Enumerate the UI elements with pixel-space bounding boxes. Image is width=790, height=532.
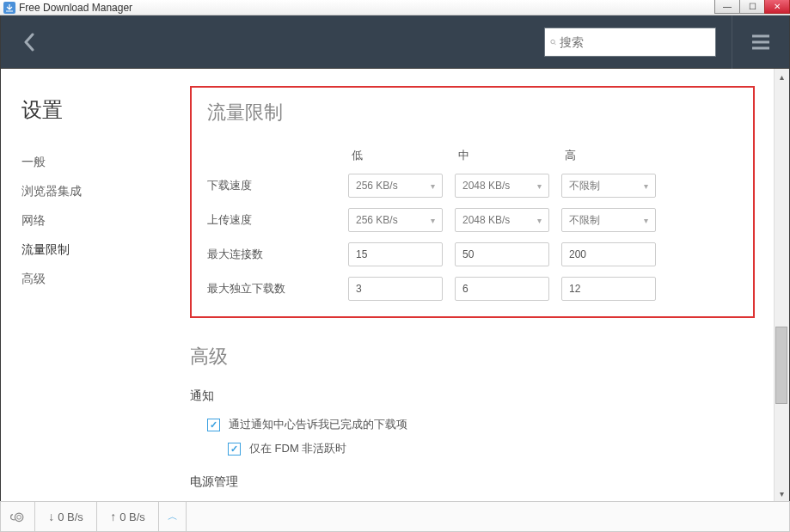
chevron-down-icon: ▾ (537, 181, 542, 191)
sidebar-item-traffic-limit[interactable]: 流量限制 (21, 235, 173, 265)
traffic-limit-section: 流量限制 低 中 高 下载速度 256 KB/s▾ 2048 KB/s▾ 不限制… (190, 86, 755, 318)
notify-completed-row: ✓ 通过通知中心告诉我已完成的下载项 (190, 413, 755, 437)
settings-sidebar: 设置 一般 浏览器集成 网络 流量限制 高级 (1, 69, 173, 501)
upload-speed-high-select[interactable]: 不限制▾ (561, 208, 656, 232)
svg-point-6 (17, 515, 21, 519)
window-titlebar: Free Download Manager — ☐ ✕ (0, 0, 790, 15)
svg-point-5 (15, 513, 22, 522)
statusbar-toggle-button[interactable]: ︿ (159, 502, 187, 531)
back-button[interactable] (16, 25, 42, 59)
traffic-grid: 低 中 高 下载速度 256 KB/s▾ 2048 KB/s▾ 不限制▾ 上传速… (207, 148, 738, 301)
row-label-max-connections: 最大连接数 (207, 247, 345, 262)
vertical-scrollbar[interactable]: ▴ ▾ (774, 69, 789, 501)
close-button[interactable]: ✕ (764, 0, 790, 14)
status-bar: ↓0 B/s ↑0 B/s ︿ (0, 501, 790, 532)
snail-mode-button[interactable] (1, 502, 35, 531)
chevron-down-icon: ▾ (644, 216, 648, 225)
chevron-down-icon: ▾ (537, 216, 542, 225)
up-arrow-icon: ↑ (110, 510, 116, 523)
prevent-sleep-row: ✓ 有下载正在进行时阻止计算机睡眠 (190, 498, 755, 501)
row-label-download-speed: 下载速度 (207, 178, 345, 193)
advanced-title: 高级 (190, 344, 755, 370)
upload-speed-low-select[interactable]: 256 KB/s▾ (348, 208, 443, 232)
chevron-down-icon: ▾ (644, 181, 648, 191)
search-icon (550, 35, 556, 49)
notifications-subtitle: 通知 (190, 388, 755, 404)
traffic-limit-title: 流量限制 (207, 100, 738, 125)
down-arrow-icon: ↓ (48, 510, 54, 523)
chevron-up-icon: ︿ (168, 510, 178, 524)
sidebar-item-network[interactable]: 网络 (21, 206, 173, 235)
scroll-up-icon[interactable]: ▴ (775, 69, 789, 84)
download-speed-low-select[interactable]: 256 KB/s▾ (348, 174, 443, 198)
max-dl-med-input[interactable] (455, 277, 549, 301)
row-label-max-downloads: 最大独立下载数 (207, 281, 345, 297)
col-header-high: 高 (561, 148, 656, 163)
download-speed-high-select[interactable]: 不限制▾ (561, 174, 656, 198)
search-box[interactable] (544, 28, 716, 57)
max-conn-low-input[interactable] (348, 242, 443, 266)
maximize-button[interactable]: ☐ (739, 0, 765, 14)
notify-completed-checkbox[interactable]: ✓ (207, 419, 220, 431)
only-inactive-label: 仅在 FDM 非活跃时 (249, 441, 346, 456)
hamburger-menu-button[interactable] (748, 25, 774, 59)
chevron-down-icon: ▾ (431, 216, 435, 225)
sidebar-item-browser-integration[interactable]: 浏览器集成 (21, 177, 173, 206)
chevron-down-icon: ▾ (431, 181, 435, 191)
col-header-low: 低 (348, 148, 451, 163)
scrollbar-thumb[interactable] (775, 327, 787, 404)
window-controls: — ☐ ✕ (715, 0, 790, 14)
toolbar-divider (732, 15, 732, 69)
scroll-down-icon[interactable]: ▾ (775, 486, 789, 501)
top-toolbar (0, 15, 790, 69)
power-subtitle: 电源管理 (190, 474, 755, 490)
only-inactive-checkbox[interactable]: ✓ (228, 443, 241, 456)
minimize-button[interactable]: — (714, 0, 740, 14)
upload-speed-status: ↑0 B/s (97, 502, 159, 531)
app-icon (3, 2, 15, 14)
max-dl-high-input[interactable] (561, 277, 656, 301)
download-speed-med-select[interactable]: 2048 KB/s▾ (455, 174, 549, 198)
sidebar-item-advanced[interactable]: 高级 (21, 265, 173, 294)
max-conn-med-input[interactable] (455, 242, 549, 266)
max-dl-low-input[interactable] (348, 277, 443, 301)
max-conn-high-input[interactable] (561, 242, 656, 266)
window-title: Free Download Manager (19, 2, 132, 14)
svg-point-0 (551, 40, 554, 43)
search-input[interactable] (560, 35, 710, 49)
settings-content: 流量限制 低 中 高 下载速度 256 KB/s▾ 2048 KB/s▾ 不限制… (173, 69, 789, 501)
row-label-upload-speed: 上传速度 (207, 212, 345, 228)
col-header-med: 中 (455, 148, 558, 163)
page-title: 设置 (21, 96, 173, 124)
hamburger-icon (751, 34, 770, 50)
sidebar-item-general[interactable]: 一般 (21, 148, 173, 177)
advanced-section: 高级 通知 ✓ 通过通知中心告诉我已完成的下载项 ✓ 仅在 FDM 非活跃时 电… (190, 344, 755, 501)
download-speed-status: ↓0 B/s (35, 502, 97, 531)
snail-icon (9, 509, 26, 524)
notify-completed-label: 通过通知中心告诉我已完成的下载项 (229, 417, 407, 432)
only-inactive-row: ✓ 仅在 FDM 非活跃时 (190, 437, 755, 461)
main-area: 设置 一般 浏览器集成 网络 流量限制 高级 流量限制 低 中 高 下载速度 2… (0, 69, 790, 501)
upload-speed-med-select[interactable]: 2048 KB/s▾ (455, 208, 549, 232)
svg-line-1 (554, 43, 556, 45)
